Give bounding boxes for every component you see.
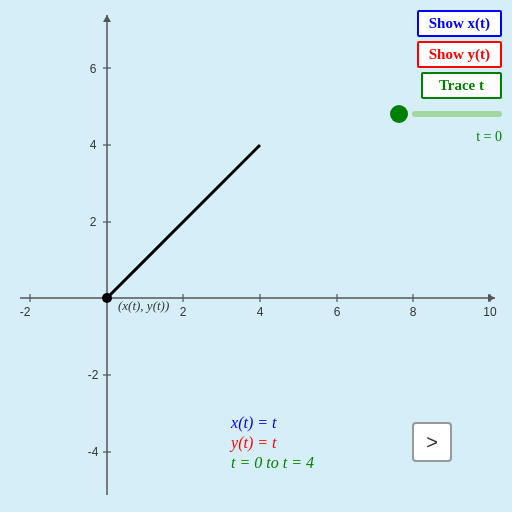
svg-text:6: 6 xyxy=(334,305,341,319)
svg-text:2: 2 xyxy=(90,215,97,229)
t-value-label: t = 0 xyxy=(476,129,502,145)
y-equation: y(t) = t xyxy=(231,434,276,452)
svg-text:4: 4 xyxy=(90,138,97,152)
show-y-button[interactable]: Show y(t) xyxy=(417,41,502,68)
t-range: t = 0 to t = 4 xyxy=(231,454,314,472)
next-button[interactable]: > xyxy=(412,422,452,462)
svg-text:10: 10 xyxy=(483,305,497,319)
show-x-button[interactable]: Show x(t) xyxy=(417,10,502,37)
svg-text:6: 6 xyxy=(90,62,97,76)
svg-text:4: 4 xyxy=(257,305,264,319)
svg-text:-2: -2 xyxy=(88,368,99,382)
svg-text:-2: -2 xyxy=(20,305,31,319)
equations-panel: x(t) = t y(t) = t t = 0 to t = 4 xyxy=(231,414,314,472)
trace-button[interactable]: Trace t xyxy=(421,72,502,99)
slider-row xyxy=(390,105,502,123)
svg-point-28 xyxy=(102,293,112,303)
svg-text:(x(t), y(t)): (x(t), y(t)) xyxy=(118,298,169,313)
svg-text:8: 8 xyxy=(410,305,417,319)
t-slider[interactable] xyxy=(412,111,502,117)
x-equation: x(t) = t xyxy=(231,414,276,432)
svg-text:-4: -4 xyxy=(88,445,99,459)
controls-panel: Show x(t) Show y(t) Trace t t = 0 xyxy=(390,10,502,145)
slider-dot xyxy=(390,105,408,123)
svg-text:2: 2 xyxy=(180,305,187,319)
